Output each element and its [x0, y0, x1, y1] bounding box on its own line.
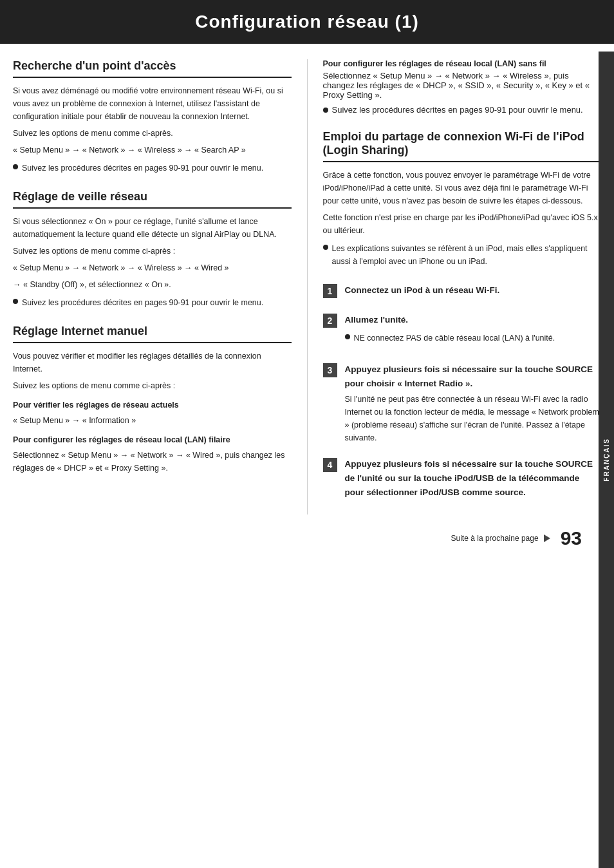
- footer-page-number: 93: [561, 527, 582, 549]
- internet-subsection1: Pour vérifier les réglages de réseau act…: [13, 399, 292, 427]
- step-1-heading: Connectez un iPod à un réseau Wi-Fi.: [345, 283, 500, 297]
- bullet-dot-icon3: [323, 108, 328, 113]
- step-1: 1 Connectez un iPod à un réseau Wi-Fi.: [323, 283, 602, 300]
- internet-sub1-text: « Setup Menu » → « Information »: [13, 414, 292, 427]
- section-partage-title: Emploi du partage de connexion Wi-Fi de …: [323, 130, 602, 162]
- sidebar-label-text: FRANÇAIS: [603, 438, 610, 482]
- lan-sans-fil-text: Sélectionnez « Setup Menu » → « Network …: [323, 71, 602, 100]
- veille-para2: Suivez les options de menu comme ci-aprè…: [13, 245, 292, 258]
- footer-label: Suite à la prochaine page: [451, 534, 539, 543]
- footer: Suite à la prochaine page 93: [0, 521, 614, 556]
- recherche-para2: Suivez les options de menu comme ci-aprè…: [13, 127, 292, 140]
- section-internet-title: Réglage Internet manuel: [13, 325, 292, 343]
- section-veille-title: Réglage de veille réseau: [13, 190, 292, 209]
- step-3: 3 Appuyez plusieurs fois si nécessaire s…: [323, 363, 602, 444]
- right-column: Pour configurer les réglages de réseau l…: [308, 59, 602, 514]
- lan-sans-fil-subtitle: Pour configurer les réglages de réseau l…: [323, 59, 602, 68]
- footer-arrow-icon: [544, 534, 550, 542]
- internet-sub2-title: Pour configurer les réglages de réseau l…: [13, 433, 292, 446]
- main-layout: Recherche d'un point d'accès Si vous ave…: [0, 59, 614, 514]
- step-4-content: Appuyez plusieurs fois si nécessaire sur…: [345, 457, 602, 502]
- page-title: Configuration réseau (1): [13, 12, 601, 32]
- veille-para1: Si vous sélectionnez « On » pour ce régl…: [13, 215, 292, 241]
- sidebar-label: FRANÇAIS: [599, 52, 614, 868]
- bullet-dot-icon4: [323, 245, 328, 250]
- step-3-body: Si l'unité ne peut pas être connectée à …: [345, 393, 602, 444]
- lan-sans-fil-body: Pour configurer les réglages de réseau l…: [323, 59, 602, 115]
- bullet-dot-icon5: [345, 334, 350, 339]
- partage-para2: Cette fonction n'est prise en charge par…: [323, 211, 602, 237]
- lan-sans-fil-bullet: Suivez les procédures décrites en pages …: [323, 105, 602, 115]
- internet-sub2-text: Sélectionnez « Setup Menu » → « Network …: [13, 449, 292, 475]
- step-4: 4 Appuyez plusieurs fois si nécessaire s…: [323, 457, 602, 502]
- steps-container: 1 Connectez un iPod à un réseau Wi-Fi. 2…: [323, 283, 602, 502]
- partage-bullet: Les explications suivantes se réfèrent à…: [323, 242, 602, 268]
- section-veille-body: Si vous sélectionnez « On » pour ce régl…: [13, 215, 292, 309]
- section-internet: Réglage Internet manuel Vous pouvez véri…: [13, 325, 292, 475]
- bullet-dot-icon: [13, 164, 18, 169]
- section-partage-body: Grâce à cette fonction, vous pouvez envo…: [323, 169, 602, 268]
- internet-para2: Suivez les options de menu comme ci-aprè…: [13, 379, 292, 392]
- step-1-content: Connectez un iPod à un réseau Wi-Fi.: [345, 283, 500, 300]
- internet-sub1-title: Pour vérifier les réglages de réseau act…: [13, 399, 292, 411]
- section-lan-sans-fil: Pour configurer les réglages de réseau l…: [323, 59, 602, 115]
- partage-bullet-text: Les explications suivantes se réfèrent à…: [332, 242, 602, 268]
- section-recherche-title: Recherche d'un point d'accès: [13, 59, 292, 78]
- step-2-content: Allumez l'unité. NE connectez PAS de câb…: [345, 313, 555, 350]
- veille-menu1: « Setup Menu » → « Network » → « Wireles…: [13, 261, 292, 274]
- section-partage: Emploi du partage de connexion Wi-Fi de …: [323, 130, 602, 268]
- step-3-number: 3: [323, 363, 337, 377]
- step-2: 2 Allumez l'unité. NE connectez PAS de c…: [323, 313, 602, 350]
- internet-subsection2: Pour configurer les réglages de réseau l…: [13, 433, 292, 475]
- internet-para1: Vous pouvez vérifier et modifier les rég…: [13, 350, 292, 375]
- section-internet-body: Vous pouvez vérifier et modifier les rég…: [13, 350, 292, 475]
- lan-sans-fil-bullet-text: Suivez les procédures décrites en pages …: [332, 105, 583, 115]
- recherche-menu: « Setup Menu » → « Network » → « Wireles…: [13, 144, 292, 156]
- recherche-para1: Si vous avez déménagé ou modifié votre e…: [13, 84, 292, 123]
- veille-bullet: Suivez les procédures décrites en pages …: [13, 296, 292, 309]
- veille-menu2: → « Standby (Off) », et sélectionnez « O…: [13, 278, 292, 291]
- page-wrapper: Configuration réseau (1) FRANÇAIS Recher…: [0, 0, 614, 868]
- page-header: Configuration réseau (1): [0, 0, 614, 44]
- step-2-body: NE connectez PAS de câble réseau local (…: [354, 332, 555, 344]
- step-4-heading: Appuyez plusieurs fois si nécessaire sur…: [345, 457, 602, 499]
- step-2-number: 2: [323, 314, 337, 328]
- veille-bullet-text: Suivez les procédures décrites en pages …: [22, 296, 263, 309]
- step-1-number: 1: [323, 284, 337, 298]
- section-recherche: Recherche d'un point d'accès Si vous ave…: [13, 59, 292, 175]
- step-2-heading: Allumez l'unité.: [345, 313, 555, 327]
- step-4-number: 4: [323, 458, 337, 472]
- section-recherche-body: Si vous avez déménagé ou modifié votre e…: [13, 84, 292, 175]
- section-veille: Réglage de veille réseau Si vous sélecti…: [13, 190, 292, 309]
- step-3-content: Appuyez plusieurs fois si nécessaire sur…: [345, 363, 602, 444]
- recherche-bullet-text: Suivez les procédures décrites en pages …: [22, 162, 263, 175]
- left-column: Recherche d'un point d'accès Si vous ave…: [13, 59, 308, 514]
- partage-para1: Grâce à cette fonction, vous pouvez envo…: [323, 169, 602, 207]
- step-2-bullet: NE connectez PAS de câble réseau local (…: [345, 332, 555, 344]
- step-3-heading: Appuyez plusieurs fois si nécessaire sur…: [345, 363, 602, 390]
- recherche-bullet: Suivez les procédures décrites en pages …: [13, 162, 292, 175]
- bullet-dot-icon2: [13, 299, 18, 304]
